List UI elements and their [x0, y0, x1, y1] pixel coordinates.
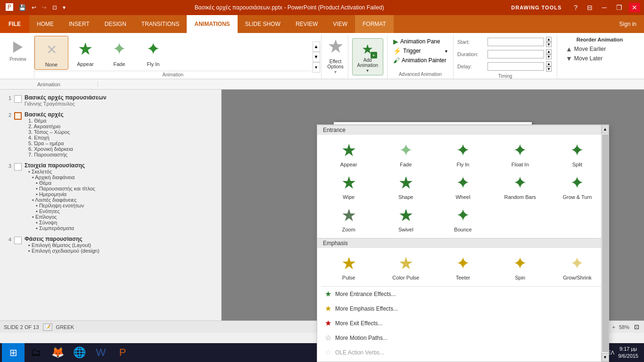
anim-fade[interactable]: ✦ Fade — [102, 36, 136, 69]
start-input[interactable] — [487, 38, 544, 46]
start-label: Start: — [457, 39, 486, 45]
bounce-icon: ✦ — [456, 206, 470, 225]
tab-review[interactable]: REVIEW — [288, 15, 325, 33]
add-animation-arrow: ▾ — [366, 68, 369, 73]
window-mode-button[interactable]: ⊟ — [584, 3, 595, 12]
fade-icon: ✦ — [399, 140, 413, 160]
signin-button[interactable]: Sign in — [611, 15, 644, 33]
dropdown-shape[interactable]: ★ Shape — [377, 170, 434, 203]
move-earlier-button[interactable]: ▲ Move Earlier — [563, 44, 636, 54]
duration-down-button[interactable]: ▼ — [546, 54, 552, 59]
dropdown-growturn[interactable]: ✦ Grow & Turn — [549, 170, 606, 203]
restore-button[interactable]: ❐ — [613, 3, 625, 12]
slide-content: Βασικές αρχές παρουσιάσεων Γιάννης Τραγό… — [25, 94, 216, 107]
slide-panel[interactable]: 1 Βασικές αρχές παρουσιάσεων Γιάννης Τρα… — [0, 90, 222, 321]
timing-group: Start: ▲ ▼ Duration: ▲ ▼ Delay: ▲ ▼ Timi… — [454, 35, 557, 79]
tab-slideshow[interactable]: SLIDE SHOW — [238, 15, 288, 33]
fit-slide-button[interactable]: ⊡ — [633, 322, 640, 331]
more-motion-link[interactable]: ☆ More Motion Paths... — [317, 330, 609, 345]
dropdown-colorpulse[interactable]: ★ Color Pulse — [377, 251, 434, 283]
delay-input[interactable] — [487, 62, 544, 71]
add-animation-button[interactable]: ★ + Add Animation ▾ — [352, 38, 383, 75]
reorder-group: Reorder Animation ▲ Move Earlier ▼ Move … — [557, 35, 642, 79]
dropdown-flyin[interactable]: ✦ Fly In — [434, 138, 491, 170]
notes-icon[interactable]: 📝 — [43, 323, 52, 331]
duration-input[interactable] — [487, 50, 544, 58]
start-down-button[interactable]: ▼ — [546, 42, 552, 47]
close-button[interactable]: ✕ — [629, 3, 640, 12]
delay-up-button[interactable]: ▲ — [546, 61, 552, 66]
preview-button[interactable]: Preview — [6, 37, 30, 64]
taskbar-powerpoint[interactable]: P — [112, 343, 133, 362]
tab-design[interactable]: DESIGN — [97, 15, 134, 33]
tab-view[interactable]: VIEW — [325, 15, 355, 33]
anim-appear[interactable]: ★ Appear — [68, 36, 102, 69]
taskbar-file-explorer[interactable]: 🗂 — [25, 343, 46, 362]
tab-transitions[interactable]: TRANSITIONS — [134, 15, 187, 33]
trigger-button[interactable]: ⚡ Trigger ▾ — [391, 46, 449, 56]
split-icon: ✦ — [570, 140, 584, 160]
dropdown-swivel[interactable]: ★ Swivel — [377, 203, 434, 235]
list-item[interactable]: 4 Φάσεις παρουσίασης ▪ Επιλογή θέματος (… — [4, 234, 217, 255]
dropdown-floatin[interactable]: ✦ Float In — [492, 138, 549, 170]
tab-animations[interactable]: ANIMATIONS — [187, 15, 237, 33]
save-button[interactable]: 💾 — [17, 3, 28, 12]
dropdown-fade[interactable]: ✦ Fade — [377, 138, 434, 170]
delay-down-button[interactable]: ▼ — [546, 66, 552, 72]
undo-button[interactable]: ↩ — [30, 3, 38, 12]
dropdown-scroll-up[interactable]: ▲ — [602, 125, 609, 133]
dropdown-scroll-down[interactable]: ▼ — [602, 353, 609, 362]
dropdown-zoom[interactable]: ★ Zoom — [320, 203, 377, 235]
animation-painter-button[interactable]: 🖌 Animation Painter — [391, 56, 449, 65]
effect-options-group[interactable]: Effect Options ▾ — [323, 35, 348, 79]
taskbar-chrome[interactable]: 🌐 — [69, 343, 90, 362]
slide-subitem: • Σύνοψη — [36, 220, 216, 225]
anim-flyin[interactable]: ✦ Fly In — [136, 36, 170, 69]
more-exit-link[interactable]: ★ More Exit Effects... — [317, 316, 609, 330]
effect-options-label: Effect Options — [327, 59, 343, 69]
start-button[interactable]: ⊞ — [2, 343, 25, 362]
customize-qat-button[interactable]: ▾ — [61, 3, 67, 12]
dropdown-teeter[interactable]: ✦ Teeter — [434, 251, 491, 283]
dropdown-appear[interactable]: ★ Appear — [320, 138, 377, 170]
scroll-down-button[interactable]: ▼ — [313, 52, 320, 62]
ole-action-link[interactable]: ☆ OLE Action Verbs... — [317, 345, 609, 360]
slide-subitem: • Σκελετός — [28, 169, 216, 174]
more-entrance-link[interactable]: ★ More Entrance Effects... — [317, 287, 609, 301]
scroll-expand-button[interactable]: ▾ — [313, 62, 320, 73]
dropdown-spin[interactable]: ✦ Spin — [492, 251, 549, 283]
slide-subitem: 2. Ακροατήριο — [28, 123, 216, 129]
dropdown-wipe[interactable]: ★ Wipe — [320, 170, 377, 203]
move-later-button[interactable]: ▼ Move Later — [563, 54, 636, 63]
dropdown-growshrink[interactable]: ✦ Grow/Shrink — [549, 251, 606, 283]
ole-icon: ☆ — [325, 348, 331, 357]
dropdown-pulse[interactable]: ★ Pulse — [320, 251, 377, 283]
tab-format[interactable]: FORMAT — [355, 15, 394, 33]
presentation-mode-button[interactable]: ⊡ — [50, 3, 59, 12]
list-item[interactable]: 3 Στοιχεία παρουσίασης • Σκελετός • Αρχι… — [4, 160, 217, 233]
more-motion-icon: ☆ — [325, 333, 331, 342]
animation-pane-button[interactable]: ▶ Animation Pane — [391, 37, 449, 46]
tab-file[interactable]: FILE — [0, 15, 29, 33]
list-item[interactable]: 1 Βασικές αρχές παρουσιάσεων Γιάννης Τρα… — [4, 92, 217, 108]
taskbar-firefox[interactable]: 🦊 — [47, 343, 68, 362]
scroll-up-button[interactable]: ▲ — [313, 41, 320, 52]
dropdown-split[interactable]: ✦ Split — [549, 138, 606, 170]
tab-home[interactable]: HOME — [29, 15, 61, 33]
anim-none[interactable]: ✕ None — [34, 36, 68, 70]
dropdown-bounce[interactable]: ✦ Bounce — [434, 203, 491, 235]
dropdown-randombars[interactable]: ✦ Random Bars — [492, 170, 549, 203]
taskbar-word[interactable]: W — [91, 343, 111, 362]
more-entrance-label: More Entrance Effects... — [335, 291, 396, 297]
list-item[interactable]: 2 Βασικές αρχές 1. Θέμα 2. Ακροατήριο 3.… — [4, 109, 217, 159]
duration-up-button[interactable]: ▲ — [546, 49, 552, 54]
slide-content: Στοιχεία παρουσίασης • Σκελετός • Αρχική… — [25, 162, 216, 231]
undo-disabled-button[interactable]: ↪ — [40, 3, 49, 12]
help-button[interactable]: ? — [571, 3, 580, 12]
more-emphasis-link[interactable]: ★ More Emphasis Effects... — [317, 301, 609, 316]
tab-insert[interactable]: INSERT — [61, 15, 97, 33]
dropdown-wheel[interactable]: ✦ Wheel — [434, 170, 491, 203]
animation-pane-label: Animation Pane — [400, 38, 440, 45]
minimize-button[interactable]: ─ — [599, 3, 610, 12]
start-up-button[interactable]: ▲ — [546, 37, 552, 42]
